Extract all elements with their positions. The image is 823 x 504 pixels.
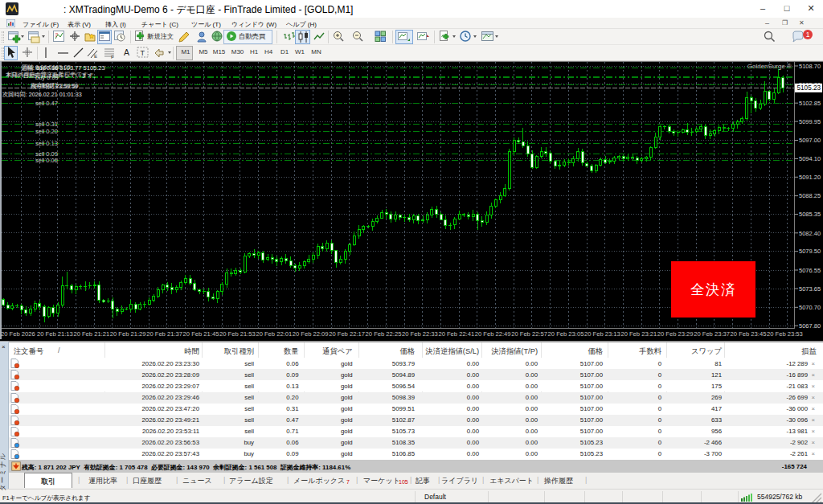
svg-text:20 Feb 21:37: 20 Feb 21:37 <box>146 330 182 338</box>
svg-text:sell 0.06: sell 0.06 <box>35 157 58 164</box>
svg-text:5079.50: 5079.50 <box>799 248 821 255</box>
svg-text:20 Feb 23:29: 20 Feb 23:29 <box>657 330 694 338</box>
svg-text:20 Feb 23:37: 20 Feb 23:37 <box>694 330 730 338</box>
svg-text:20 Feb 23:53: 20 Feb 23:53 <box>767 330 803 338</box>
svg-text:20 Feb 22:01: 20 Feb 22:01 <box>256 330 292 338</box>
svg-text:sell 0.47: sell 0.47 <box>35 100 58 107</box>
svg-text:20 Feb 21:29: 20 Feb 21:29 <box>110 330 146 338</box>
svg-text:20 Feb 23:21: 20 Feb 23:21 <box>620 330 657 338</box>
svg-text:sell 0.31: sell 0.31 <box>35 121 58 128</box>
svg-text:20 Feb 22:41: 20 Feb 22:41 <box>438 330 474 338</box>
svg-text:利確待機中の注文を監視中です。: 利確待機中の注文を監視中です。 <box>6 71 94 78</box>
svg-text:5070.70: 5070.70 <box>799 304 821 311</box>
svg-text:T: T <box>141 49 145 57</box>
svg-text:20 Feb 23:05: 20 Feb 23:05 <box>548 330 584 338</box>
svg-text:20 Feb 21:45: 20 Feb 21:45 <box>183 330 219 338</box>
svg-text:5067.80: 5067.80 <box>799 322 821 330</box>
svg-text:E: E <box>94 54 97 59</box>
svg-text:20 Feb 22:33: 20 Feb 22:33 <box>402 330 438 338</box>
svg-text:買値 0.06 5105.05: 買値 0.06 5105.05 <box>22 64 71 71</box>
svg-text:20 Feb 21:53: 20 Feb 21:53 <box>219 330 256 338</box>
svg-text:20 Feb 21:21: 20 Feb 21:21 <box>73 330 109 338</box>
svg-text:GoldenSurge ®: GoldenSurge ® <box>747 63 792 70</box>
svg-text:5088.25: 5088.25 <box>799 192 821 199</box>
svg-text:5091.20: 5091.20 <box>799 174 821 181</box>
svg-text:5108.70: 5108.70 <box>799 63 821 70</box>
svg-text:sell 0.09: sell 0.09 <box>35 150 58 158</box>
svg-text:20 Feb 2026: 20 Feb 2026 <box>1 330 35 338</box>
svg-text:5102.85: 5102.85 <box>799 100 821 107</box>
svg-text:5076.55: 5076.55 <box>799 267 821 274</box>
svg-text:20 Feb 22:09: 20 Feb 22:09 <box>293 330 329 338</box>
svg-text:取引時刻 23:59:59: 取引時刻 23:59:59 <box>31 82 79 89</box>
svg-text:5097.00: 5097.00 <box>799 137 821 144</box>
svg-text:5082.40: 5082.40 <box>799 230 821 237</box>
svg-text:F: F <box>111 55 114 59</box>
svg-text:20 Feb 22:25: 20 Feb 22:25 <box>366 330 402 338</box>
svg-text:5099.95: 5099.95 <box>799 118 821 125</box>
svg-text:20 Feb 23:45: 20 Feb 23:45 <box>731 330 767 338</box>
svg-text:5094.10: 5094.10 <box>799 155 821 162</box>
svg-text:次回時間: 2026.02.21 01:01:33: 次回時間: 2026.02.21 01:01:33 <box>2 91 82 98</box>
svg-text:5105.23: 5105.23 <box>797 84 821 92</box>
svg-text:20 Feb 22:57: 20 Feb 22:57 <box>511 330 547 338</box>
svg-text:20 Feb 21:13: 20 Feb 21:13 <box>37 330 73 338</box>
svg-text:5073.65: 5073.65 <box>799 285 821 293</box>
svg-text:sell 0.13: sell 0.13 <box>35 140 58 147</box>
svg-text:20 Feb 22:49: 20 Feb 22:49 <box>475 330 511 338</box>
svg-text:20 Feb 22:17: 20 Feb 22:17 <box>329 330 365 338</box>
svg-text:5085.35: 5085.35 <box>799 211 821 218</box>
svg-text:sell 0.20: sell 0.20 <box>35 128 58 135</box>
svg-text:20 Feb 23:13: 20 Feb 23:13 <box>584 330 620 338</box>
